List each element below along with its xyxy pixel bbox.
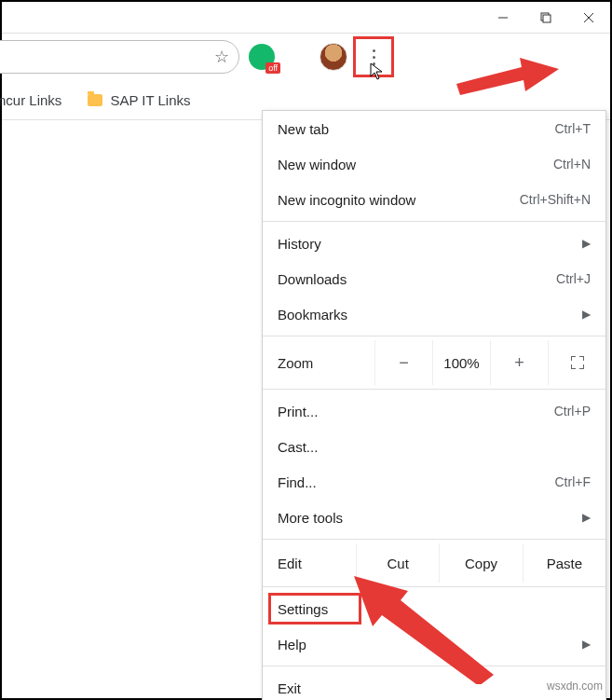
more-menu-button[interactable]	[355, 38, 392, 75]
menu-item-find[interactable]: Find... Ctrl+F	[263, 464, 605, 500]
bookmark-folder[interactable]: SAP IT Links	[88, 92, 190, 108]
menu-item-print[interactable]: Print... Ctrl+P	[263, 393, 605, 429]
zoom-in-button[interactable]: +	[490, 340, 548, 385]
menu-shortcut: Ctrl+F	[555, 474, 592, 489]
minimize-button[interactable]	[482, 2, 524, 34]
close-button[interactable]	[567, 2, 610, 34]
address-bar[interactable]: ☆	[0, 40, 239, 74]
menu-separator	[263, 221, 605, 222]
menu-item-settings[interactable]: Settings	[263, 591, 605, 626]
menu-item-incognito[interactable]: New incognito window Ctrl+Shift+N	[263, 182, 605, 217]
menu-label: History	[278, 236, 582, 252]
menu-separator	[263, 389, 605, 390]
submenu-arrow-icon: ▶	[582, 638, 591, 651]
zoom-label: Zoom	[263, 355, 374, 371]
menu-shortcut: Ctrl+N	[553, 157, 591, 172]
window-titlebar	[2, 2, 610, 34]
menu-label: New window	[278, 157, 553, 172]
folder-icon	[88, 94, 102, 106]
menu-separator	[263, 666, 605, 666]
bookmark-star-icon[interactable]: ☆	[214, 47, 229, 67]
cut-button[interactable]: Cut	[356, 543, 439, 583]
kebab-icon	[373, 49, 375, 65]
menu-label: Help	[278, 637, 582, 652]
submenu-arrow-icon: ▶	[582, 511, 591, 524]
menu-label: Cast...	[278, 439, 591, 455]
menu-item-help[interactable]: Help ▶	[263, 626, 605, 662]
zoom-value: 100%	[432, 340, 490, 385]
fullscreen-button[interactable]	[548, 340, 605, 385]
menu-separator	[263, 586, 605, 587]
menu-label: Settings	[278, 601, 591, 617]
menu-label: Downloads	[278, 271, 556, 287]
menu-item-new-tab[interactable]: New tab Ctrl+T	[263, 111, 605, 146]
menu-item-cast[interactable]: Cast...	[263, 429, 605, 464]
menu-separator	[263, 336, 605, 336]
menu-item-history[interactable]: History ▶	[263, 226, 605, 261]
menu-item-more-tools[interactable]: More tools ▶	[263, 500, 605, 535]
toolbar: ☆ off	[2, 34, 610, 80]
menu-item-new-window[interactable]: New window Ctrl+N	[263, 146, 605, 182]
maximize-button[interactable]	[524, 2, 567, 34]
menu-separator	[263, 539, 605, 540]
menu-item-zoom: Zoom − 100% +	[263, 340, 605, 385]
submenu-arrow-icon: ▶	[582, 237, 591, 250]
profile-avatar[interactable]	[320, 43, 347, 71]
menu-item-downloads[interactable]: Downloads Ctrl+J	[263, 261, 605, 296]
bookmark-label: SAP IT Links	[110, 92, 190, 108]
menu-label: New incognito window	[278, 192, 520, 208]
menu-shortcut: Ctrl+J	[556, 271, 591, 286]
menu-shortcut: Ctrl+P	[554, 404, 591, 419]
menu-label: Print...	[278, 404, 554, 419]
menu-shortcut: Ctrl+T	[555, 121, 592, 136]
menu-label: Find...	[278, 474, 555, 490]
extension-icon[interactable]: off	[249, 44, 275, 70]
cursor-icon	[370, 62, 385, 81]
menu-label: More tools	[278, 510, 582, 526]
bookmark-label: ncur Links	[0, 92, 61, 108]
copy-button[interactable]: Copy	[439, 543, 522, 583]
edit-label: Edit	[263, 556, 356, 571]
zoom-out-button[interactable]: −	[374, 340, 432, 385]
menu-shortcut: Ctrl+Shift+N	[520, 192, 591, 207]
menu-item-bookmarks[interactable]: Bookmarks ▶	[263, 296, 605, 332]
menu-label: New tab	[278, 121, 555, 137]
fullscreen-icon	[571, 356, 584, 369]
svg-rect-2	[543, 15, 551, 22]
menu-item-edit: Edit Cut Copy Paste	[263, 543, 605, 583]
chrome-menu: New tab Ctrl+T New window Ctrl+N New inc…	[262, 110, 606, 700]
bookmark-folder[interactable]: ncur Links	[0, 92, 61, 108]
extension-badge: off	[265, 62, 280, 74]
submenu-arrow-icon: ▶	[582, 308, 591, 321]
menu-label: Exit	[278, 680, 591, 696]
menu-label: Bookmarks	[278, 307, 582, 323]
watermark: wsxdn.com	[547, 679, 603, 693]
paste-button[interactable]: Paste	[523, 543, 605, 583]
